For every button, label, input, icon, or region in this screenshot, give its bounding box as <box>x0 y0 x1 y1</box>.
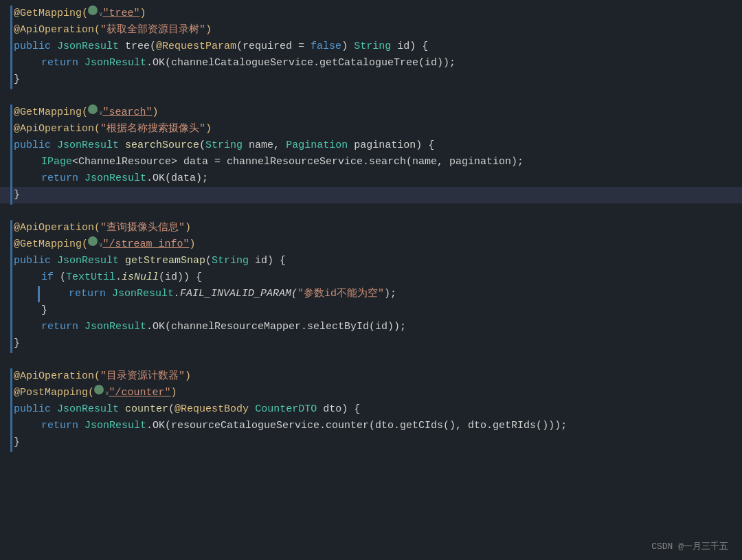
code-line: return JsonResult.OK(channelCatalogueSer… <box>0 55 742 71</box>
plain: .FAIL_INVALID_PARAM( <box>174 286 297 302</box>
annotation: @ApiOperation( <box>14 121 100 137</box>
plain <box>119 253 125 269</box>
type: JsonResult <box>57 38 119 55</box>
link-string[interactable]: "search" <box>102 104 152 121</box>
annotation: ) <box>152 104 158 121</box>
plain: . <box>115 269 122 286</box>
plain: } <box>14 434 20 451</box>
string: "查询摄像头信息" <box>100 220 185 236</box>
annotation: ) <box>170 385 177 401</box>
type: String <box>212 253 249 269</box>
annotation: ) <box>185 220 191 236</box>
plain: .OK(channelResourceMapper.selectById(id)… <box>146 319 406 335</box>
plain: } <box>14 187 20 203</box>
plain: ( <box>60 269 66 286</box>
plain <box>119 137 125 154</box>
annotation: @GetMapping( <box>14 104 88 121</box>
type: CounterDTO <box>255 401 317 418</box>
code-line: @ApiOperation("根据名称搜索摄像头") <box>0 121 742 137</box>
keyword: public <box>14 401 57 418</box>
type: TextUtil <box>66 269 115 286</box>
code-line-highlighted: } <box>0 187 742 203</box>
plain: } <box>41 302 47 319</box>
string: "获取全部资源目录树" <box>100 22 205 38</box>
keyword: return <box>41 319 85 335</box>
param-annotation: @RequestParam <box>156 38 236 55</box>
type: JsonResult <box>57 137 119 154</box>
annotation: @GetMapping( <box>14 5 88 22</box>
annotation: ) <box>189 236 195 253</box>
code-line: IPage<ChannelResource> data = channelRes… <box>0 154 742 170</box>
keyword: false <box>311 38 341 55</box>
plain: pagination) { <box>348 137 434 154</box>
type: JsonResult <box>85 319 146 335</box>
annotation: ) <box>139 5 146 22</box>
plain: id) { <box>391 38 428 55</box>
code-line: public JsonResult searchSource(String na… <box>0 137 742 154</box>
code-line: return JsonResult.FAIL_INVALID_PARAM("参数… <box>0 286 742 302</box>
code-line: } <box>0 71 742 88</box>
icon <box>88 5 98 15</box>
code-line: } <box>0 302 742 319</box>
type: String <box>205 137 243 154</box>
type: JsonResult <box>85 55 146 71</box>
code-line: } <box>0 335 742 352</box>
code-line: return JsonResult.OK(data); <box>0 170 742 187</box>
type: JsonResult <box>85 170 146 187</box>
keyword: return <box>41 418 85 434</box>
keyword: if <box>41 269 60 286</box>
annotation: @ApiOperation( <box>14 368 100 385</box>
keyword: return <box>41 55 85 71</box>
annotation: ) <box>205 22 212 38</box>
plain: ( <box>199 137 205 154</box>
string: "目录资源计数器" <box>100 368 185 385</box>
keyword: return <box>41 170 85 187</box>
code-container: @GetMapping(∨"tree") @ApiOperation("获取全部… <box>0 0 742 560</box>
type: Pagination <box>286 137 348 154</box>
string: "参数id不能为空" <box>297 286 384 302</box>
code-line: @GetMapping(∨"search") <box>0 104 742 121</box>
keyword: public <box>14 253 57 269</box>
annotation: ) <box>205 121 212 137</box>
code-line: return JsonResult.OK(channelResourceMapp… <box>0 319 742 335</box>
method: isNull <box>122 269 159 286</box>
type: String <box>354 38 391 55</box>
plain: .OK(channelCatalogueService.getCatalogue… <box>146 55 456 71</box>
plain: dto) { <box>317 401 360 418</box>
plain: ( <box>168 401 175 418</box>
code-line: public JsonResult tree(@RequestParam(req… <box>0 38 742 55</box>
type: IPage <box>41 154 72 170</box>
plain: name, <box>243 137 286 154</box>
code-line: @GetMapping(∨"tree") <box>0 5 742 22</box>
code-line: @GetMapping(∨"/stream_info") <box>0 236 742 253</box>
icon <box>94 385 104 394</box>
type: JsonResult <box>57 253 119 269</box>
keyword: public <box>14 38 57 55</box>
method: searchSource <box>125 137 199 154</box>
code-line: public JsonResult getStreamSnap(String i… <box>0 253 742 269</box>
type: JsonResult <box>85 418 146 434</box>
annotation: @ApiOperation( <box>14 22 100 38</box>
plain: } <box>14 71 20 88</box>
string: "根据名称搜索摄像头" <box>100 121 205 137</box>
code-line: return JsonResult.OK(resourceCatalogueSe… <box>0 418 742 434</box>
code-line: if (TextUtil.isNull(id)) { <box>0 269 742 286</box>
type: JsonResult <box>57 401 119 418</box>
annotation: ) <box>185 368 191 385</box>
annotation: @PostMapping( <box>14 385 94 401</box>
footer-text: CSDN @一月三千五 <box>651 540 728 555</box>
plain: ); <box>384 286 396 302</box>
code-line: } <box>0 434 742 451</box>
plain: .OK(resourceCatalogueService.counter(dto… <box>146 418 567 434</box>
plain: <ChannelResource> data = channelResource… <box>72 154 524 170</box>
plain: } <box>14 335 20 352</box>
link-string[interactable]: "/stream_info" <box>102 236 189 253</box>
annotation: @ApiOperation( <box>14 220 100 236</box>
keyword: public <box>14 137 57 154</box>
plain: .OK(data); <box>146 170 208 187</box>
icon <box>88 236 98 246</box>
link-string[interactable]: "tree" <box>102 5 139 22</box>
link-string[interactable]: "/counter" <box>109 385 170 401</box>
method: getStreamSnap <box>125 253 205 269</box>
plain: ( <box>205 253 212 269</box>
